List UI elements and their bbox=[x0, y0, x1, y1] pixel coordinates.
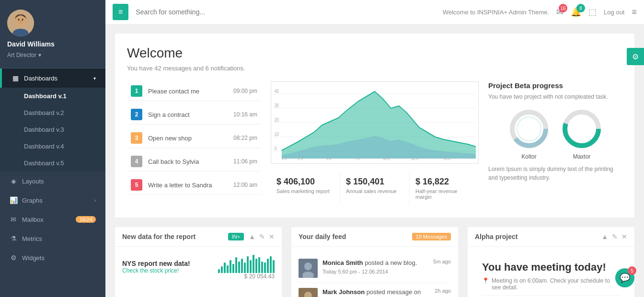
task-time-3: 08:22 pm bbox=[233, 135, 257, 141]
stat-value-1: $ 406,100 bbox=[276, 177, 334, 187]
task-time-4: 11:06 pm bbox=[233, 158, 257, 165]
sidebar: David Williams Art Director ▾ ▦ Dashboar… bbox=[0, 0, 105, 297]
graphs-label: Graphs bbox=[22, 197, 43, 204]
task-num-5: 5 bbox=[131, 179, 142, 191]
nys-link[interactable]: Check the stock price! bbox=[122, 267, 190, 274]
task-text-1: Please contact me bbox=[148, 88, 228, 95]
project-beta-section: Project Beta progress You have two proje… bbox=[488, 81, 622, 206]
sidebar-item-widgets[interactable]: ⚙ Widgets bbox=[0, 248, 105, 267]
task-time-5: 12:00 am bbox=[233, 182, 257, 188]
nys-report: NYS report new data! Check the stock pri… bbox=[122, 254, 275, 280]
task-item[interactable]: 1 Please contact me 09:00 pm bbox=[127, 81, 261, 101]
dashboards-icon: ▦ bbox=[12, 74, 19, 82]
stat-label-2: Annual sales revenue bbox=[346, 188, 403, 194]
svg-point-3 bbox=[18, 19, 20, 21]
bar-chart bbox=[218, 254, 275, 273]
svg-text:7.5: 7.5 bbox=[355, 156, 360, 161]
svg-point-29 bbox=[304, 263, 312, 270]
svg-text:20: 20 bbox=[275, 117, 279, 123]
project-description: Lorem Ipsum is simply dummy text of the … bbox=[488, 165, 622, 182]
sidebar-nav: ▦ Dashboards ▾ Dashboard v.1 Dashboard v… bbox=[0, 69, 105, 297]
sidebar-item-metrics[interactable]: ⚗ Metrics bbox=[0, 229, 105, 248]
bar bbox=[221, 266, 223, 273]
sidebar-item-dash4[interactable]: Dashboard v.4 bbox=[0, 138, 105, 155]
mail-topbar-icon[interactable]: ✉ 16 bbox=[556, 7, 564, 17]
hamburger-button[interactable]: ≡ bbox=[113, 4, 128, 20]
close-icon[interactable]: ✕ bbox=[269, 233, 275, 240]
sign-out-icon: ⬚ bbox=[588, 7, 597, 17]
sidebar-item-dash2[interactable]: Dashboard v.2 bbox=[0, 104, 105, 121]
more-options-button[interactable]: ≡ bbox=[632, 7, 637, 17]
nys-title: NYS report new data! bbox=[122, 260, 190, 267]
layouts-label: Layouts bbox=[22, 178, 44, 185]
chat-fab-button[interactable]: 💬 5 bbox=[615, 268, 634, 287]
task-item[interactable]: 4 Call back to Sylvia 11:06 pm bbox=[127, 152, 261, 171]
meeting-title: You have meeting today! bbox=[482, 261, 620, 274]
avatar bbox=[7, 10, 34, 36]
task-item[interactable]: 2 Sign a contract 10:16 am bbox=[127, 105, 261, 125]
svg-text:5.0: 5.0 bbox=[326, 156, 332, 161]
task-item[interactable]: 3 Open new shop 08:22 pm bbox=[127, 128, 261, 148]
sidebar-item-dash5[interactable]: Dashboard v.5 bbox=[0, 155, 105, 171]
bottom-panels: New data for the report IN+ ▲ ✎ ✕ NYS re… bbox=[115, 227, 634, 297]
stat-label-3: Half-year revenue margin bbox=[415, 188, 473, 200]
bar bbox=[255, 259, 257, 273]
project-beta-title: Project Beta progress bbox=[488, 81, 622, 90]
welcome-subtitle: You have 42 messages and 6 notifications… bbox=[127, 65, 622, 72]
alpha-panel-title: Alpha project bbox=[475, 233, 597, 240]
report-panel-title: New data for the report bbox=[122, 233, 228, 240]
task-item[interactable]: 5 Write a letter to Sandra 12:00 am bbox=[127, 175, 261, 195]
stat-value-2: $ 150,401 bbox=[346, 177, 403, 187]
collapse-icon[interactable]: ▲ bbox=[249, 233, 255, 240]
svg-text:0.0: 0.0 bbox=[282, 156, 287, 161]
profile-role[interactable]: Art Director ▾ bbox=[7, 52, 41, 58]
sidebar-item-dash1[interactable]: Dashboard v.1 bbox=[0, 88, 105, 104]
stat-sales: $ 406,100 Sales marketing report bbox=[271, 171, 340, 206]
main-area: ≡ Welcome to INSPINIA+ Admin Theme. ✉ 16… bbox=[105, 0, 644, 297]
metrics-label: Metrics bbox=[22, 235, 42, 242]
collapse-alpha-icon[interactable]: ▲ bbox=[601, 233, 608, 240]
sidebar-item-dashboards[interactable]: ▦ Dashboards ▾ bbox=[0, 69, 105, 88]
profile-section: David Williams Art Director ▾ bbox=[0, 0, 105, 69]
feed-panel-title: Your daily feed bbox=[299, 233, 412, 240]
welcome-section: Welcome You have 42 messages and 6 notif… bbox=[115, 34, 634, 217]
feed-badge: 10 Messages bbox=[412, 233, 451, 240]
metrics-icon: ⚗ bbox=[10, 235, 17, 242]
donut-koltor-label: Koltor bbox=[521, 153, 536, 160]
widgets-label: Widgets bbox=[22, 254, 45, 262]
task-text-3: Open new shop bbox=[148, 135, 228, 142]
sales-chart: 40 30 20 10 0 0.0 bbox=[271, 81, 479, 164]
sidebar-item-mailbox[interactable]: ✉ Mailbox 16/24 bbox=[0, 210, 105, 229]
svg-text:2.5: 2.5 bbox=[298, 156, 303, 161]
gear-fab-button[interactable]: ⚙ bbox=[627, 48, 644, 65]
task-num-1: 1 bbox=[131, 85, 142, 97]
project-beta-subtitle: You have two project with not compleated… bbox=[488, 93, 622, 100]
search-input[interactable] bbox=[133, 6, 437, 18]
close-alpha-icon[interactable]: ✕ bbox=[621, 233, 627, 240]
feed-panel-header: Your daily feed 10 Messages bbox=[291, 227, 458, 247]
sidebar-item-layouts[interactable]: ◈ Layouts bbox=[0, 171, 105, 191]
sidebar-item-graphs[interactable]: 📊 Graphs › bbox=[0, 191, 105, 210]
bar bbox=[230, 260, 231, 273]
meeting-info: 📍 Meeting is on 6:00am. Check your sched… bbox=[482, 277, 620, 291]
edit-icon[interactable]: ✎ bbox=[259, 233, 265, 240]
stat-value-3: $ 16,822 bbox=[415, 177, 473, 187]
welcome-message: Welcome to INSPINIA+ Admin Theme. bbox=[443, 9, 549, 16]
donut-maxtor: Maxtor bbox=[560, 107, 603, 160]
svg-point-4 bbox=[22, 19, 23, 21]
alpha-panel-body: You have meeting today! 📍 Meeting is on … bbox=[468, 247, 634, 297]
bar bbox=[261, 262, 263, 273]
chevron-right-icon: › bbox=[94, 198, 96, 203]
feed-avatar-1 bbox=[299, 259, 318, 278]
donut-koltor-svg bbox=[507, 107, 551, 150]
logout-button[interactable]: Log out bbox=[604, 9, 624, 16]
donut-row: Koltor Maxtor bbox=[488, 107, 622, 160]
task-time-2: 10:16 am bbox=[233, 111, 257, 118]
sidebar-item-dash3[interactable]: Dashboard v.3 bbox=[0, 121, 105, 138]
bar bbox=[238, 262, 240, 273]
task-num-4: 4 bbox=[131, 156, 142, 167]
bell-topbar-icon[interactable]: 🔔 8 bbox=[571, 7, 581, 17]
bar bbox=[218, 269, 220, 273]
content-area: Welcome You have 42 messages and 6 notif… bbox=[105, 24, 644, 297]
edit-alpha-icon[interactable]: ✎ bbox=[612, 233, 618, 240]
